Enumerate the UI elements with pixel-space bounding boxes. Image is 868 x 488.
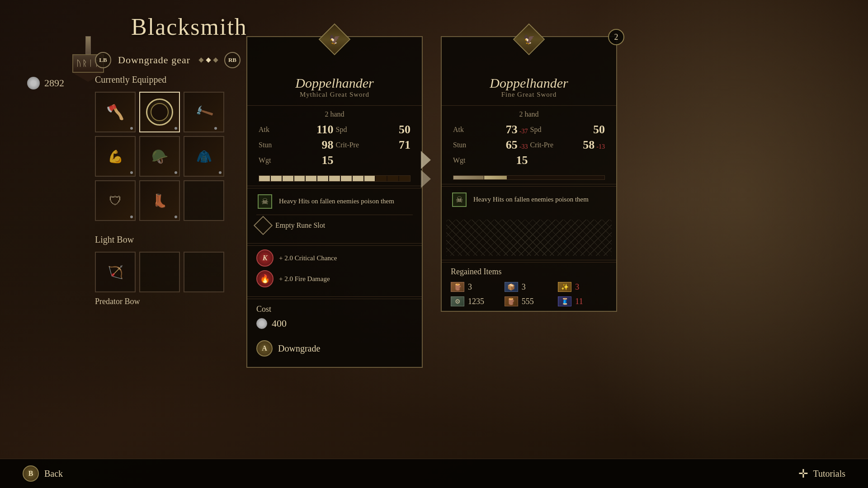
down-stun-label: Stun <box>453 141 466 149</box>
equip-slot-weapon-left[interactable]: 🪓 <box>95 92 136 132</box>
current-hand-label: 2 hand <box>259 110 410 118</box>
enchant-row-1: K + 2.0 Critical Chance <box>256 249 413 267</box>
current-item-stats: 2 hand Atk 110 Spd 50 Stun 98 Crit-Pre <box>247 105 422 172</box>
down-stun-value: 65 <box>506 138 518 152</box>
regained-icon-fabric: 🧵 <box>558 296 571 306</box>
down-critpre-value: 58 <box>583 138 594 152</box>
ability-row: ☠ Heavy Hits on fallen enemies poison th… <box>256 193 413 210</box>
regained-item-2: 📦 3 <box>505 282 554 292</box>
poison-shape: ☠ <box>258 194 272 209</box>
regained-count-4: 1235 <box>468 297 484 306</box>
downgraded-item-panel: 2 🦅 Doppelhander Fine Great Sword 2 hand… <box>441 36 617 312</box>
right-ability-row: ☠ Heavy Hits on fallen enemies poison th… <box>451 191 607 208</box>
down-wgt-value: 15 <box>516 154 528 167</box>
center-badge-icon: 🦅 <box>329 34 340 45</box>
regained-count-5: 555 <box>522 297 534 306</box>
center-diamond-badge: 🦅 <box>247 37 422 53</box>
back-button[interactable]: B Back <box>23 465 63 482</box>
back-label: Back <box>44 469 63 479</box>
progress-seg-4 <box>294 176 305 181</box>
predator-bow-section: Predator Bow <box>95 297 235 306</box>
regained-count-2: 3 <box>522 282 526 292</box>
equip-slot-weapon-right[interactable] <box>139 92 180 132</box>
badge-count: 2 <box>608 29 624 45</box>
current-stun-value: 98 <box>322 138 334 152</box>
tutorials-button[interactable]: ✛ Tutorials <box>798 467 845 481</box>
progress-seg-5 <box>306 176 316 181</box>
progress-seg-9 <box>353 176 363 181</box>
nav-right-btn[interactable]: RB <box>224 52 241 68</box>
downgraded-item-type: Fine Great Sword <box>442 91 616 99</box>
bottom-bar: B Back ✛ Tutorials <box>0 459 868 488</box>
progress-seg-1 <box>259 176 270 181</box>
equip-slot-chest[interactable]: 🛡 <box>95 180 136 221</box>
downgraded-item-name: Doppelhander <box>442 75 616 91</box>
enchant-symbol-2: 🔥 <box>260 274 270 284</box>
enchant-text-1: + 2.0 Critical Chance <box>279 254 337 262</box>
downgrade-button[interactable]: A Downgrade <box>256 337 413 360</box>
regained-count-6: 11 <box>575 297 583 306</box>
bow-slot-2[interactable] <box>139 252 180 292</box>
progress-seg-10 <box>364 176 375 181</box>
current-item-type: Mythical Great Sword <box>247 91 422 99</box>
downgraded-stats: 2 hand Atk 73 -37 Spd 50 Stun <box>442 105 616 172</box>
progress-seg-7 <box>329 176 340 181</box>
equip-slot-hammer[interactable]: 🔨 <box>184 92 224 132</box>
light-bow-title: Light Bow <box>95 235 235 245</box>
regained-count-1: 3 <box>468 282 472 292</box>
current-atk-value: 110 <box>316 123 334 136</box>
equip-slot-hood[interactable]: 🧥 <box>184 136 224 177</box>
cost-coin-icon <box>256 318 267 329</box>
equip-slot-empty[interactable] <box>184 180 224 221</box>
progress-seg-6 <box>317 176 328 181</box>
rune-slot-row[interactable]: Empty Rune Slot <box>256 215 413 232</box>
bow-slot-main[interactable]: 🏹 <box>95 252 136 292</box>
equipment-panel: Currently Equipped 🪓 🔨 💪 <box>95 75 235 310</box>
nav-bar: LB Downgrade gear RB <box>95 52 241 68</box>
back-key-indicator: B <box>23 465 39 482</box>
progress-seg-2 <box>271 176 282 181</box>
current-wgt-value: 15 <box>322 154 334 167</box>
enchant-section: K + 2.0 Critical Chance 🔥 + 2.0 Fire Dam… <box>247 245 422 295</box>
down-critpre-diff: -13 <box>596 143 605 150</box>
bow-slot-3[interactable] <box>184 252 224 292</box>
enchant-row-2: 🔥 + 2.0 Fire Damage <box>256 270 413 287</box>
regained-item-1: 🪵 3 <box>451 282 500 292</box>
regained-item-5: 🪵 555 <box>505 296 554 306</box>
progress-seg-8 <box>341 176 352 181</box>
enchant-text-2: + 2.0 Fire Damage <box>279 275 330 283</box>
rune-slot-label: Empty Rune Slot <box>275 221 325 230</box>
equip-slot-helm[interactable]: 🪖 <box>139 136 180 177</box>
regained-count-3: 3 <box>575 282 579 292</box>
equipment-grid: 🪓 🔨 💪 🪖 🧥 <box>95 92 235 221</box>
right-badge-icon: 🦅 <box>524 34 535 45</box>
nav-title: Downgrade gear <box>118 54 190 66</box>
progress-seg-13 <box>399 176 410 181</box>
regained-section: Regained Items 🪵 3 📦 3 ✨ 3 ⚙ 1 <box>442 262 616 311</box>
right-ability-text: Heavy Hits on fallen enemies poison them <box>473 195 589 204</box>
currency-amount: 2892 <box>44 77 64 89</box>
cost-label: Cost <box>256 305 413 314</box>
down-wgt-label: Wgt <box>453 156 466 164</box>
nav-left-btn[interactable]: LB <box>95 52 111 68</box>
nav-dot-1 <box>198 57 203 62</box>
enchant-icon-1: K <box>256 249 274 267</box>
predator-bow-title: Predator Bow <box>95 297 235 306</box>
current-item-name: Doppelhander <box>247 75 422 91</box>
coin-icon <box>27 77 40 89</box>
right-ability-icon: ☠ <box>451 191 468 208</box>
page-title: Blacksmith <box>131 14 247 40</box>
down-atk-value: 73 <box>506 123 518 136</box>
ability-text: Heavy Hits on fallen enemies poison them <box>279 197 394 206</box>
regained-item-6: 🧵 11 <box>558 296 607 306</box>
current-item-panel: 🦅 Doppelhander Mythical Great Sword 2 ha… <box>246 36 423 368</box>
downgraded-hand-label: 2 hand <box>453 110 605 118</box>
regained-item-4: ⚙ 1235 <box>451 296 500 306</box>
equip-slot-legs[interactable]: 👢 <box>139 180 180 221</box>
bow-grid: 🏹 <box>95 252 235 292</box>
cost-amount: 400 <box>272 318 287 329</box>
equip-slot-arm[interactable]: 💪 <box>95 136 136 177</box>
enchant-icon-2: 🔥 <box>256 270 274 287</box>
current-wgt-label: Wgt <box>259 156 271 164</box>
current-atk-label: Atk <box>259 126 269 134</box>
